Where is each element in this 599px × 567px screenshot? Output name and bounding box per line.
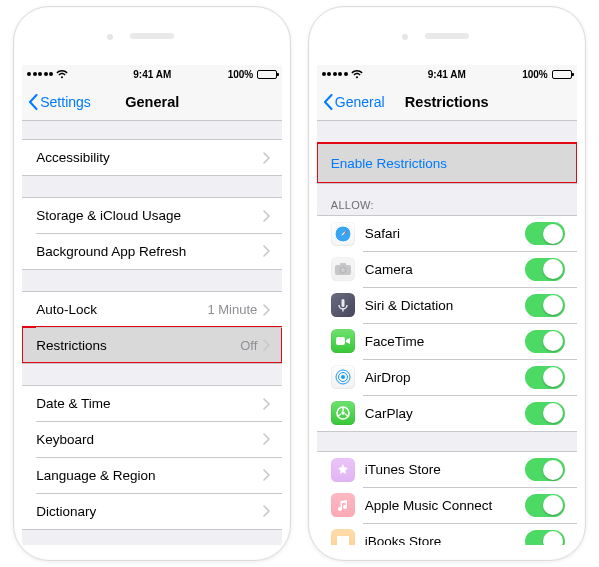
- chevron-right-icon: [263, 152, 270, 164]
- row-carplay[interactable]: CarPlay: [317, 395, 577, 431]
- row-label: iTunes Store: [365, 462, 525, 477]
- siri-icon: [331, 293, 355, 317]
- chevron-left-icon: [323, 94, 333, 110]
- row-accessibility[interactable]: Accessibility: [22, 139, 282, 175]
- battery-area: 100%: [194, 69, 277, 80]
- carplay-icon: [331, 401, 355, 425]
- back-label: General: [335, 94, 385, 110]
- front-camera: [402, 34, 408, 40]
- safari-icon: [331, 222, 355, 246]
- svg-point-5: [341, 268, 345, 272]
- status-bar: 9:41 AM 100%: [317, 65, 577, 83]
- status-time: 9:41 AM: [111, 69, 194, 80]
- nav-bar: Settings General: [22, 83, 282, 121]
- toggle-airdrop[interactable]: [525, 366, 565, 389]
- row-label: Date & Time: [36, 396, 263, 411]
- row-date-time[interactable]: Date & Time: [22, 385, 282, 421]
- toggle-carplay[interactable]: [525, 402, 565, 425]
- row-storage-icloud[interactable]: Storage & iCloud Usage: [22, 197, 282, 233]
- toggle-camera[interactable]: [525, 258, 565, 281]
- toggle-ibooks[interactable]: [525, 530, 565, 546]
- toggle-safari[interactable]: [525, 222, 565, 245]
- front-camera: [107, 34, 113, 40]
- row-detail: Off: [240, 338, 257, 353]
- group-stores: iTunes Store Apple Music Connect iBooks …: [317, 451, 577, 545]
- group-localization: Date & Time Keyboard Language & Region D…: [22, 385, 282, 529]
- group-storage: Storage & iCloud Usage Background App Re…: [22, 197, 282, 269]
- row-label: Siri & Dictation: [365, 298, 525, 313]
- svg-rect-6: [341, 299, 344, 307]
- toggle-apple-music[interactable]: [525, 494, 565, 517]
- chevron-right-icon: [263, 469, 270, 481]
- row-label: Apple Music Connect: [365, 498, 525, 513]
- battery-area: 100%: [488, 69, 571, 80]
- row-apple-music-connect[interactable]: Apple Music Connect: [317, 487, 577, 523]
- row-safari[interactable]: Safari: [317, 215, 577, 251]
- back-button[interactable]: Settings: [28, 94, 91, 110]
- svg-point-9: [341, 375, 345, 379]
- speaker-grille: [425, 33, 469, 39]
- row-label: Dictionary: [36, 504, 263, 519]
- wifi-icon: [351, 70, 363, 79]
- chevron-right-icon: [263, 505, 270, 517]
- settings-list[interactable]: Accessibility Storage & iCloud Usage Bac…: [22, 121, 282, 545]
- airdrop-icon: [331, 365, 355, 389]
- chevron-right-icon: [263, 304, 270, 316]
- toggle-facetime[interactable]: [525, 330, 565, 353]
- row-camera[interactable]: Camera: [317, 251, 577, 287]
- row-label: Auto-Lock: [36, 302, 207, 317]
- row-ibooks-store[interactable]: iBooks Store: [317, 523, 577, 545]
- row-siri[interactable]: Siri & Dictation: [317, 287, 577, 323]
- back-button[interactable]: General: [323, 94, 385, 110]
- row-auto-lock[interactable]: Auto-Lock 1 Minute: [22, 291, 282, 327]
- row-restrictions[interactable]: Restrictions Off: [22, 327, 282, 363]
- battery-percent: 100%: [522, 69, 548, 80]
- row-label: iBooks Store: [365, 534, 525, 546]
- chevron-right-icon: [263, 433, 270, 445]
- row-keyboard[interactable]: Keyboard: [22, 421, 282, 457]
- row-background-refresh[interactable]: Background App Refresh: [22, 233, 282, 269]
- allow-section-header: ALLOW:: [317, 199, 577, 215]
- toggle-siri[interactable]: [525, 294, 565, 317]
- chevron-right-icon: [263, 398, 270, 410]
- apple-music-icon: [331, 493, 355, 517]
- svg-rect-8: [336, 337, 345, 345]
- row-label: FaceTime: [365, 334, 525, 349]
- row-facetime[interactable]: FaceTime: [317, 323, 577, 359]
- camera-icon: [331, 257, 355, 281]
- status-bar: 9:41 AM 100%: [22, 65, 282, 83]
- row-dictionary[interactable]: Dictionary: [22, 493, 282, 529]
- facetime-icon: [331, 329, 355, 353]
- restrictions-list[interactable]: Enable Restrictions ALLOW: Safari Camer: [317, 121, 577, 545]
- toggle-itunes-store[interactable]: [525, 458, 565, 481]
- row-label: Keyboard: [36, 432, 263, 447]
- signal-wifi: [27, 70, 110, 79]
- row-enable-restrictions[interactable]: Enable Restrictions: [317, 143, 577, 183]
- wifi-icon: [56, 70, 68, 79]
- back-label: Settings: [40, 94, 91, 110]
- screen: 9:41 AM 100% General Restrictions Enable…: [317, 65, 577, 545]
- row-itunes-store[interactable]: iTunes Store: [317, 451, 577, 487]
- iphone-general-settings: 9:41 AM 100% Settings General Accessibil…: [13, 6, 291, 561]
- group-accessibility: Accessibility: [22, 139, 282, 175]
- group-enable: Enable Restrictions: [317, 143, 577, 183]
- group-allow: ALLOW: Safari Camera: [317, 199, 577, 431]
- chevron-left-icon: [28, 94, 38, 110]
- cellular-signal-icon: [27, 72, 53, 76]
- svg-rect-7: [342, 309, 343, 312]
- row-label: Storage & iCloud Usage: [36, 208, 263, 223]
- row-language-region[interactable]: Language & Region: [22, 457, 282, 493]
- battery-icon: [257, 70, 277, 79]
- chevron-right-icon: [263, 339, 270, 351]
- row-label: Safari: [365, 226, 525, 241]
- battery-icon: [552, 70, 572, 79]
- row-label: Background App Refresh: [36, 244, 263, 259]
- cellular-signal-icon: [322, 72, 348, 76]
- nav-bar: General Restrictions: [317, 83, 577, 121]
- row-label: Language & Region: [36, 468, 263, 483]
- row-label: Restrictions: [36, 338, 240, 353]
- chevron-right-icon: [263, 245, 270, 257]
- svg-rect-3: [340, 263, 346, 266]
- row-label: CarPlay: [365, 406, 525, 421]
- row-airdrop[interactable]: AirDrop: [317, 359, 577, 395]
